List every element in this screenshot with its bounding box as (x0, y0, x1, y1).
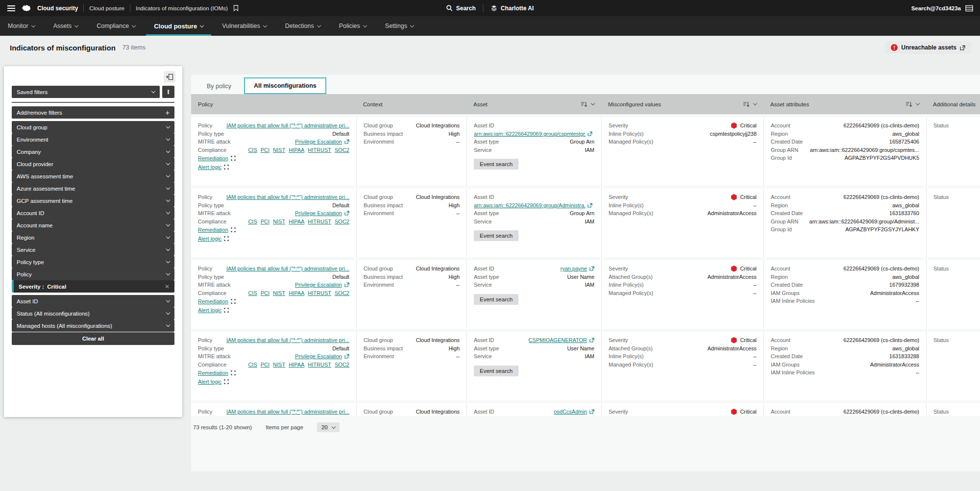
mitre-attack-link[interactable]: Privilege Escalation (295, 352, 342, 361)
sort-icon[interactable] (906, 101, 913, 107)
expand-icon[interactable] (224, 308, 229, 313)
filter-dropdown-gcp-assessment-time[interactable]: GCP assessment time (12, 195, 174, 207)
asset-id-link[interactable]: arn:aws:iam::622266429069:group/cspmtest… (474, 130, 586, 138)
close-icon[interactable]: ✕ (165, 283, 170, 290)
charlotte-ai-label[interactable]: Charlotte AI (501, 5, 534, 12)
asset-id-link[interactable]: CSPMIOAGENERATOR (529, 336, 587, 344)
filter-dropdown-managed-hosts-all-misconfigurations[interactable]: Managed hosts (All misconfigurations) (12, 319, 174, 332)
compliance-link-hipaa[interactable]: HIPAA (289, 361, 304, 369)
filter-dropdown-aws-assessment-time[interactable]: AWS assessment time (12, 170, 174, 182)
filter-dropdown-service[interactable]: Service (12, 244, 174, 256)
event-search-button[interactable]: Event search (474, 366, 518, 376)
charlotte-ai-button[interactable]: Charlotte AI (491, 5, 534, 12)
compliance-link-cis[interactable]: CIS (248, 361, 257, 369)
breadcrumb-ioms[interactable]: Indicators of misconfiguration (IOMs) (136, 5, 228, 11)
nav-item-monitor[interactable]: Monitor (8, 16, 35, 36)
remediation-link[interactable]: Remediation (198, 297, 228, 306)
column-header-additional-details[interactable]: Additional details (926, 94, 980, 114)
add-remove-filters-button[interactable]: Add/remove filters + (12, 106, 174, 119)
expand-icon[interactable] (224, 236, 229, 241)
expand-icon[interactable] (231, 370, 236, 375)
compliance-link-hitrust[interactable]: HITRUST (308, 289, 331, 297)
compliance-link-nist[interactable]: NIST (273, 361, 285, 369)
asset-id-link[interactable]: ryan.payne (561, 265, 587, 273)
sort-icon[interactable] (581, 101, 588, 107)
policy-link[interactable]: IAM policies that allow full ("*:*") adm… (226, 408, 349, 416)
compliance-link-soc2[interactable]: SOC2 (335, 218, 349, 226)
expand-icon[interactable] (224, 165, 229, 170)
policy-link[interactable]: IAM policies that allow full ("*:*") adm… (226, 193, 349, 201)
compliance-link-hipaa[interactable]: HIPAA (289, 218, 304, 226)
compliance-link-pci[interactable]: PCI (261, 289, 270, 297)
compliance-link-nist[interactable]: NIST (273, 289, 285, 297)
compliance-link-hitrust[interactable]: HITRUST (308, 218, 331, 226)
external-link-icon[interactable] (344, 211, 349, 216)
filter-dropdown-cloud-provider[interactable]: Cloud provider (12, 158, 174, 170)
chevron-down-icon[interactable] (753, 101, 757, 105)
compliance-link-cis[interactable]: CIS (248, 289, 257, 297)
compliance-link-cis[interactable]: CIS (248, 218, 257, 226)
app-grid-icon[interactable] (965, 5, 973, 12)
mitre-attack-link[interactable]: Privilege Escalation (295, 281, 342, 289)
compliance-link-pci[interactable]: PCI (261, 218, 270, 226)
compliance-link-nist[interactable]: NIST (273, 218, 285, 226)
compliance-link-hipaa[interactable]: HIPAA (289, 146, 304, 154)
policy-link[interactable]: IAM policies that allow full ("*:*") adm… (226, 265, 349, 273)
compliance-link-cis[interactable]: CIS (248, 146, 257, 154)
asset-id-link[interactable]: arn:aws:iam::622266429069:group/Administ… (474, 201, 586, 210)
remediation-link[interactable]: Remediation (198, 154, 228, 163)
filter-dropdown-region[interactable]: Region (12, 231, 174, 244)
search-label[interactable]: Search (456, 5, 476, 12)
column-header-context[interactable]: Context (356, 94, 466, 114)
filter-dropdown-azure-assessment-time[interactable]: Azure assessment time (12, 182, 174, 195)
alert-logic-link[interactable]: Alert logic (198, 163, 221, 172)
filter-dropdown-company[interactable]: Company (12, 146, 174, 158)
chevron-down-icon[interactable] (916, 101, 920, 105)
external-link-icon[interactable] (588, 203, 592, 208)
mitre-attack-link[interactable]: Privilege Escalation (295, 209, 342, 218)
compliance-link-pci[interactable]: PCI (261, 361, 270, 369)
compliance-link-hitrust[interactable]: HITRUST (308, 361, 331, 369)
remediation-link[interactable]: Remediation (198, 226, 228, 234)
bookmark-icon[interactable] (233, 5, 239, 11)
compliance-link-hipaa[interactable]: HIPAA (289, 289, 304, 297)
external-link-icon[interactable] (588, 131, 592, 136)
column-header-misconfigured-values[interactable]: Misconfigured values (601, 94, 763, 114)
column-header-asset-attributes[interactable]: Asset attributes (763, 94, 926, 114)
nav-item-assets[interactable]: Assets (53, 16, 78, 36)
product-name[interactable]: Cloud security (37, 5, 78, 12)
event-search-button[interactable]: Event search (474, 294, 518, 305)
search-icon[interactable]: Search (446, 5, 476, 12)
user-search-context[interactable]: Search@7cd3423a (911, 5, 961, 11)
nav-item-vulnerabilities[interactable]: Vulnerabilities (222, 16, 266, 36)
filter-dropdown-status-all-misconfigurations[interactable]: Status (All misconfigurations) (12, 307, 174, 319)
filter-dropdown-account-name[interactable]: Account name (12, 219, 174, 231)
nav-item-compliance[interactable]: Compliance (97, 16, 135, 36)
filter-dropdown-asset-id[interactable]: Asset ID (12, 295, 174, 307)
breadcrumb-cloud-posture[interactable]: Cloud posture (89, 5, 124, 11)
nav-item-settings[interactable]: Settings (385, 16, 414, 36)
sort-icon[interactable] (743, 101, 750, 107)
filter-dropdown-account-id[interactable]: Account ID (12, 207, 174, 219)
filter-dropdown-cloud-group[interactable]: Cloud group (12, 121, 174, 133)
compliance-link-soc2[interactable]: SOC2 (335, 361, 349, 369)
event-search-button[interactable]: Event search (474, 159, 518, 170)
compliance-link-soc2[interactable]: SOC2 (335, 289, 349, 297)
compliance-link-soc2[interactable]: SOC2 (335, 146, 349, 154)
policy-link[interactable]: IAM policies that allow full ("*:*") adm… (226, 336, 349, 344)
nav-item-detections[interactable]: Detections (285, 16, 320, 36)
alert-logic-link[interactable]: Alert logic (198, 378, 221, 386)
saved-filters-dropdown[interactable]: Saved filters (12, 86, 160, 98)
alert-logic-link[interactable]: Alert logic (198, 235, 221, 243)
remediation-link[interactable]: Remediation (198, 369, 228, 377)
external-link-icon[interactable] (344, 139, 349, 144)
external-link-icon[interactable] (344, 354, 349, 359)
asset-id-link[interactable]: osdCcsAdmin (554, 408, 587, 416)
compliance-link-nist[interactable]: NIST (273, 146, 285, 154)
column-header-policy[interactable]: Policy (191, 94, 356, 114)
items-per-page-select[interactable]: 20 (317, 422, 340, 432)
nav-item-cloud-posture[interactable]: Cloud posture (154, 16, 203, 36)
unreachable-assets-button[interactable]: ! Unreachable assets (885, 41, 971, 54)
external-link-icon[interactable] (589, 338, 594, 343)
compliance-link-pci[interactable]: PCI (261, 146, 270, 154)
